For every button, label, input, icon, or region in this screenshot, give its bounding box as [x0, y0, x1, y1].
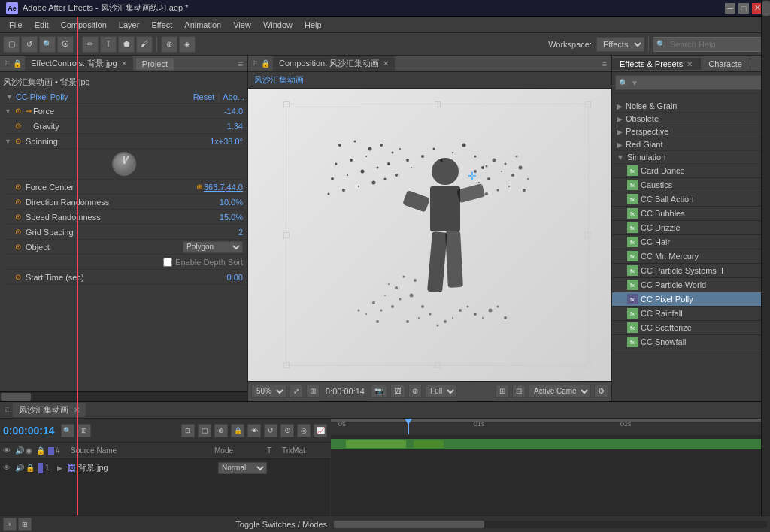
ep-item-cc-particle-world[interactable]: fx CC Particle World: [612, 278, 770, 292]
project-tab[interactable]: Project: [136, 58, 174, 70]
ep-item-cc-hair[interactable]: fx CC Hair: [612, 235, 770, 249]
ec-dir-rand-stopwatch-icon[interactable]: ⊙: [15, 198, 26, 206]
tool-rotate[interactable]: ↺: [21, 36, 38, 53]
ep-item-caustics[interactable]: fx Caustics: [612, 178, 770, 192]
ep-item-cc-ball-action[interactable]: fx CC Ball Action: [612, 192, 770, 207]
show-snapshot-btn[interactable]: 🖼: [390, 385, 405, 398]
window-maximize[interactable]: □: [738, 3, 749, 14]
menu-composition[interactable]: Composition: [55, 19, 113, 31]
tl-lock-btn[interactable]: 🔒: [231, 424, 244, 437]
ec-force-expand-icon[interactable]: ▼: [5, 107, 15, 115]
effect-controls-tab[interactable]: EffectControls: 背景.jpg ✕: [25, 56, 133, 71]
tool-puppet[interactable]: ◈: [179, 36, 196, 53]
tl-scrollbar-h[interactable]: [334, 521, 767, 528]
ec-gravity-value[interactable]: 1.34: [227, 122, 243, 131]
ep-category-obsolete[interactable]: ▶ Obsolete: [612, 113, 770, 125]
handle-br[interactable]: [585, 362, 591, 368]
menu-effect[interactable]: Effect: [145, 19, 178, 31]
ep-item-cc-scatterize[interactable]: fx CC Scatterize: [612, 321, 770, 335]
ec-gravity-stopwatch-icon[interactable]: ⊙: [15, 122, 26, 130]
tool-shape[interactable]: ⬟: [118, 36, 135, 53]
handle-ml[interactable]: [283, 232, 290, 238]
effects-presets-tab[interactable]: Effects & Presets ✕: [612, 58, 701, 70]
menu-layer[interactable]: Layer: [113, 19, 146, 31]
menu-file[interactable]: File: [3, 19, 29, 31]
ec-force-value[interactable]: -14.0: [224, 107, 243, 116]
tl-snap-btn[interactable]: ⊞: [77, 424, 91, 437]
tl-refresh-btn[interactable]: ↺: [264, 424, 277, 437]
handle-bm[interactable]: [435, 362, 441, 368]
character-tab[interactable]: Characte: [701, 58, 750, 70]
zoom-select[interactable]: 50%: [251, 385, 286, 398]
layer-1-lock-icon[interactable]: 🔒: [26, 464, 36, 472]
ep-item-cc-pixel-polly[interactable]: fx CC Pixel Polly: [612, 292, 770, 307]
ec-spinning-value[interactable]: 1x+33.0°: [210, 137, 243, 146]
tab-close-icon[interactable]: ✕: [121, 59, 127, 68]
handle-bl[interactable]: [283, 362, 290, 368]
tl-search-btn[interactable]: 🔍: [61, 424, 74, 437]
ep-item-cc-bubbles[interactable]: fx CC Bubbles: [612, 207, 770, 221]
layer-1-mode-select[interactable]: Normal: [218, 462, 267, 474]
track-bar-main[interactable]: [331, 439, 767, 449]
ep-item-cc-drizzle[interactable]: fx CC Drizzle: [612, 221, 770, 235]
tool-anchor[interactable]: ⊕: [161, 36, 177, 53]
ec-grid-spacing-value[interactable]: 2: [238, 228, 243, 237]
work-area-bar[interactable]: [331, 419, 770, 422]
comp-settings-btn[interactable]: ⚙: [594, 385, 608, 398]
comp-breadcrumb[interactable]: 风沙汇集动画: [254, 74, 304, 86]
ep-item-cc-mr-mercury[interactable]: fx CC Mr. Mercury: [612, 249, 770, 264]
toggle-pixel-btn[interactable]: ⊞: [306, 385, 320, 398]
tl-scroll-thumb-h[interactable]: [334, 521, 484, 528]
menu-view[interactable]: View: [227, 19, 257, 31]
handle-tr[interactable]: [585, 101, 591, 107]
ec-enable-depth-sort-checkbox[interactable]: [163, 258, 172, 267]
ec-object-stopwatch-icon[interactable]: ⊙: [15, 243, 26, 251]
tool-pen[interactable]: ✏: [82, 36, 99, 53]
ec-start-time-value[interactable]: 0.00: [227, 273, 243, 282]
quality-select[interactable]: Full: [425, 385, 457, 398]
ep-category-noise-grain[interactable]: ▶ Noise & Grain: [612, 100, 770, 113]
ec-speed-rand-value[interactable]: 15.0%: [220, 213, 243, 222]
ec-scrollbar-thumb[interactable]: [1, 393, 31, 401]
ec-force-center-stopwatch-icon[interactable]: ⊙: [15, 183, 26, 191]
tl-solo-btn[interactable]: ⊕: [214, 424, 228, 437]
comp-panel-menu-icon[interactable]: ≡: [602, 59, 607, 68]
ec-force-center-value[interactable]: 363.7,44.0: [204, 183, 243, 192]
panel-menu-icon[interactable]: ≡: [238, 59, 243, 68]
tool-paint[interactable]: 🖌: [136, 36, 153, 53]
ec-force-stopwatch-icon[interactable]: ⊙: [15, 107, 26, 115]
menu-animation[interactable]: Animation: [178, 19, 227, 31]
spinning-dial[interactable]: [112, 152, 136, 176]
layer-1-visibility-icon[interactable]: 👁: [3, 464, 15, 472]
ec-effect-expand-icon[interactable]: ▼: [6, 93, 13, 101]
handle-tm[interactable]: [435, 101, 441, 107]
ep-tab-close-icon[interactable]: ✕: [687, 60, 693, 68]
window-minimize[interactable]: ─: [725, 3, 735, 14]
ec-speed-rand-stopwatch-icon[interactable]: ⊙: [15, 213, 26, 221]
grid-btn[interactable]: ⊞: [496, 385, 509, 398]
menu-help[interactable]: Help: [299, 19, 328, 31]
tool-camera[interactable]: ⦿: [57, 36, 74, 53]
ec-about-btn[interactable]: Abo...: [223, 92, 244, 101]
ep-item-card-dance[interactable]: fx Card Dance: [612, 164, 770, 178]
ep-item-cc-snowfall[interactable]: fx CC Snowfall: [612, 335, 770, 349]
tl-comp-btn[interactable]: ⊞: [18, 518, 32, 531]
view-select[interactable]: Active Came: [529, 385, 591, 398]
comp-tab-close-icon[interactable]: ✕: [383, 59, 389, 68]
ec-scrollbar-h[interactable]: [0, 391, 247, 401]
ep-item-cc-rainfall[interactable]: fx CC Rainfall: [612, 307, 770, 321]
tool-text[interactable]: T: [100, 36, 117, 53]
search-help-input[interactable]: [665, 37, 763, 52]
tl-grid-btn[interactable]: ⊟: [181, 424, 195, 437]
ec-dir-rand-value[interactable]: 10.0%: [220, 198, 243, 207]
tl-live-btn[interactable]: ⏱: [280, 424, 294, 437]
tool-select[interactable]: ▢: [3, 36, 20, 53]
ep-search-arrow-icon[interactable]: ▼: [631, 79, 638, 87]
tl-hide-btn[interactable]: 👁: [247, 424, 261, 437]
tl-toggle-modes-label[interactable]: Toggle Switches / Modes: [235, 520, 327, 529]
ep-category-red-giant[interactable]: ▶ Red Giant: [612, 138, 770, 151]
menu-window[interactable]: Window: [257, 19, 299, 31]
tl-graph-btn[interactable]: 📈: [314, 424, 327, 437]
timeline-tab[interactable]: 风沙汇集动画 ✕: [13, 403, 86, 417]
tool-search[interactable]: 🔍: [39, 36, 56, 53]
